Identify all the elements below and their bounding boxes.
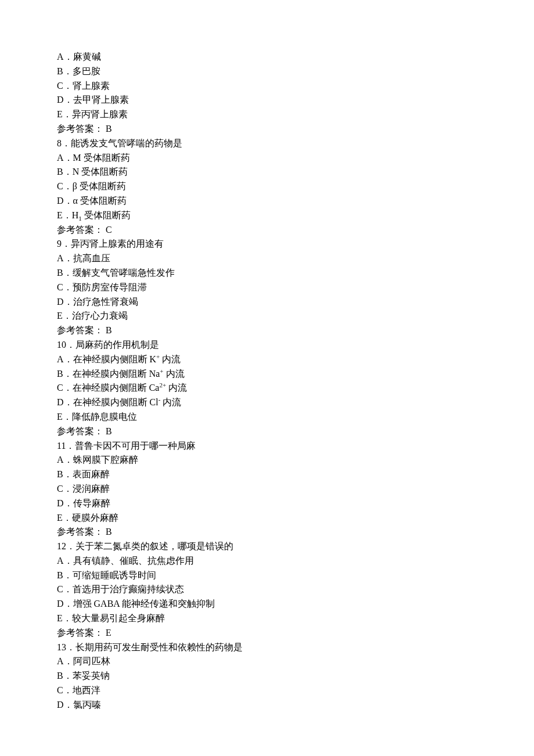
q13-option-d: D．氯丙嗪 [57,698,482,712]
option-text: 肾上腺素 [73,81,110,91]
q8-option-a: A．M 受体阻断药 [57,151,482,165]
option-text-post: 内流 [160,397,181,407]
q7-option-d: D．去甲肾上腺素 [57,93,482,107]
q11-answer: 参考答案： B [57,525,482,539]
option-text-pre: B．在神经膜内侧阻断 Na [57,369,160,379]
q11-stem: 11．普鲁卡因不可用于哪一种局麻 [57,439,482,453]
q8-stem: 8．能诱发支气管哮喘的药物是 [57,136,482,151]
option-label: C． [57,81,73,91]
q7-option-e: E．异丙肾上腺素 [57,107,482,122]
q9-answer: 参考答案： B [57,323,482,338]
q10-option-d: D．在神经膜内侧阻断 Cl- 内流 [57,395,482,410]
q12-option-e: E．较大量易引起全身麻醉 [57,611,482,626]
q11-option-e: E．硬膜外麻醉 [57,511,482,525]
q8-option-d: D．α 受体阻断药 [57,194,482,208]
q9-option-d: D．治疗急性肾衰竭 [57,295,482,309]
q8-option-e: E．H1 受体阻断药 [57,208,482,223]
option-label: A． [57,52,73,62]
q9-option-c: C．预防房室传导阻滞 [57,280,482,295]
option-text: 麻黄碱 [73,52,101,62]
q10-answer: 参考答案： B [57,424,482,439]
q7-option-b: B．多巴胺 [57,64,482,79]
option-label: B． [57,66,73,76]
option-text-pre: A．在神经膜内侧阻断 K [57,354,156,364]
q7-answer: 参考答案： B [57,122,482,136]
option-text: 去甲肾上腺素 [73,95,129,105]
option-text-pre: C．在神经膜内侧阻断 Ca [57,383,159,393]
q7-option-c: C．肾上腺素 [57,79,482,93]
option-text: 多巴胺 [73,66,100,76]
q12-option-a: A．具有镇静、催眠、抗焦虑作用 [57,554,482,568]
q11-option-b: B．表面麻醉 [57,467,482,482]
q12-answer: 参考答案： E [57,626,482,640]
option-text-post: 受体阻断药 [82,210,131,220]
option-label: D． [57,95,73,105]
q11-option-d: D．传导麻醉 [57,496,482,511]
q10-option-a: A．在神经膜内侧阻断 K+ 内流 [57,352,482,367]
q12-option-c: C．首选用于治疗癫痫持续状态 [57,582,482,597]
q10-option-b: B．在神经膜内侧阻断 Na+ 内流 [57,367,482,381]
option-text-post: 内流 [160,354,181,364]
option-text-pre: D．在神经膜内侧阻断 Cl [57,397,158,407]
q12-option-d: D．增强 GABA 能神经传递和突触抑制 [57,597,482,611]
q9-option-e: E．治疗心力衰竭 [57,309,482,323]
option-text-post: 内流 [166,383,187,393]
q9-stem: 9．异丙肾上腺素的用途有 [57,237,482,251]
q11-option-c: C．浸润麻醉 [57,482,482,496]
option-text: 异丙肾上腺素 [72,109,128,119]
superscript: 2+ [159,381,166,388]
q8-option-b: B．N 受体阻断药 [57,165,482,179]
option-label: E． [57,109,72,119]
q7-option-a: A．麻黄碱 [57,50,482,64]
q13-option-a: A．阿司匹林 [57,654,482,669]
q9-option-a: A．抗高血压 [57,251,482,266]
q8-answer: 参考答案： C [57,223,482,237]
q11-option-a: A．蛛网膜下腔麻醉 [57,453,482,467]
q8-option-c: C．β 受体阻断药 [57,179,482,194]
option-text-pre: E．H [57,210,78,220]
q13-stem: 13．长期用药可发生耐受性和依赖性的药物是 [57,640,482,655]
q10-option-c: C．在神经膜内侧阻断 Ca2+ 内流 [57,381,482,395]
q13-option-c: C．地西泮 [57,683,482,698]
q12-option-b: B．可缩短睡眠诱导时间 [57,568,482,583]
option-text-post: 内流 [164,369,185,379]
q13-option-b: B．苯妥英钠 [57,669,482,683]
q10-stem: 10．局麻药的作用机制是 [57,338,482,352]
q12-stem: 12．关于苯二氮卓类的叙述，哪项是错误的 [57,539,482,554]
q10-option-e: E．降低静息膜电位 [57,410,482,424]
q9-option-b: B．缓解支气管哮喘急性发作 [57,266,482,280]
